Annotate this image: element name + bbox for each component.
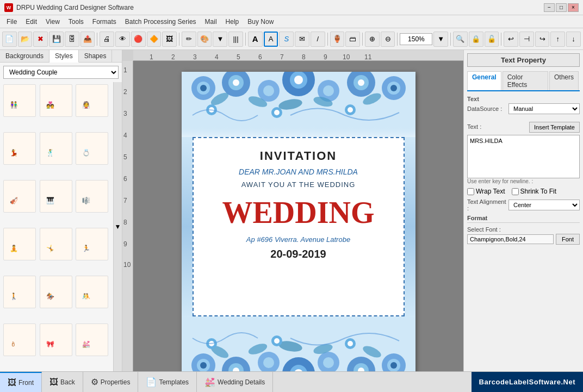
save2-btn[interactable]: 📤	[80, 32, 95, 47]
clip-item[interactable]: 🤼	[76, 276, 108, 308]
datasource-row: DataSource : Manual Database CSV	[467, 103, 580, 114]
alignment-select[interactable]: Left Center Right Justify	[508, 200, 580, 210]
tab-backgrounds[interactable]: Backgrounds	[0, 50, 49, 62]
category-select[interactable]: Wedding Couple Nature Floral Abstract	[3, 66, 119, 79]
lock-btn[interactable]: 🔒	[469, 32, 483, 47]
canvas-scroll[interactable]: INVITATION DEAR MR.JOAN AND MRS.HILDA AW…	[133, 61, 463, 371]
clip-item[interactable]: 🧘	[3, 228, 36, 260]
save-btn[interactable]: 💾	[49, 32, 64, 47]
tb-btn-4[interactable]: 🔶	[147, 32, 162, 47]
menu-batch[interactable]: Batch Processing Series	[121, 17, 201, 27]
redo-btn[interactable]: ↪	[535, 32, 550, 47]
text-btn[interactable]: A	[248, 32, 263, 47]
svg-text:💑: 💑	[46, 101, 54, 109]
tb-btn-5[interactable]: 🖼	[162, 32, 177, 47]
maximize-btn[interactable]: □	[556, 3, 567, 12]
clip-item[interactable]: 👰	[76, 84, 108, 117]
app-icon: W	[4, 3, 13, 12]
pencil-btn[interactable]: ✏	[182, 32, 196, 47]
tab-others[interactable]: Others	[549, 71, 579, 90]
tab-general[interactable]: General	[467, 71, 501, 90]
text-textarea[interactable]	[467, 135, 580, 178]
app-title: DRPU Wedding Card Designer Software	[16, 4, 544, 11]
menu-file[interactable]: File	[2, 17, 21, 27]
menu-mail[interactable]: Mail	[201, 17, 221, 27]
insert-template-btn[interactable]: Insert Template	[529, 122, 580, 133]
card-canvas[interactable]: INVITATION DEAR MR.JOAN AND MRS.HILDA AW…	[182, 72, 415, 371]
clip-item[interactable]: 🎻	[3, 180, 36, 213]
svg-point-29	[294, 76, 303, 84]
clip-item[interactable]: 🕺	[40, 132, 72, 165]
clip-item[interactable]: 🤸	[40, 228, 72, 260]
open-btn[interactable]: 📂	[18, 32, 33, 47]
tb-btn-3[interactable]: 🔴	[131, 32, 146, 47]
fit-btn[interactable]: 🔍	[453, 32, 468, 47]
clip-item[interactable]: 💍	[76, 132, 108, 165]
svg-text:🕺: 🕺	[46, 148, 54, 157]
shrink-fit-checkbox[interactable]	[512, 188, 519, 195]
clip-item[interactable]: 🎹	[40, 180, 72, 213]
font-btn[interactable]: Font	[556, 234, 580, 245]
new-btn[interactable]: 📄	[2, 32, 17, 47]
clip-item[interactable]: 🚶	[3, 276, 36, 308]
window-controls[interactable]: − □ ×	[544, 3, 579, 12]
datasource-select[interactable]: Manual Database CSV	[508, 103, 580, 114]
clip-item[interactable]: 👫	[3, 84, 36, 117]
menu-tools[interactable]: Tools	[64, 17, 88, 27]
undo-btn[interactable]: ↩	[504, 32, 518, 47]
taskbar-templates[interactable]: 📄 Templates	[138, 372, 197, 392]
zoom-out-btn[interactable]: ⊖	[381, 32, 395, 47]
clip-item[interactable]: 🏇	[40, 276, 72, 308]
zoom-dropdown-btn[interactable]: ▼	[433, 32, 448, 47]
clip-item[interactable]: 🎼	[76, 180, 108, 213]
shrink-fit-label: Shrink To Fit	[520, 188, 556, 195]
mail-btn[interactable]: ✉	[295, 32, 309, 47]
taskbar-back[interactable]: 🖼 Back	[42, 372, 83, 392]
barcode-btn[interactable]: |||	[228, 32, 243, 47]
save-as-btn[interactable]: 🗄	[65, 32, 79, 47]
close-btn[interactable]: ✖	[33, 32, 48, 47]
clip-item[interactable]: 🕯	[3, 323, 36, 356]
rotate-btn[interactable]: ↑	[550, 32, 565, 47]
tab-color-effects[interactable]: Color Effects	[503, 71, 548, 90]
menu-edit[interactable]: Edit	[21, 17, 41, 27]
wordart-btn[interactable]: S	[279, 32, 294, 47]
flip-btn[interactable]: ↓	[566, 32, 581, 47]
zoom-input[interactable]	[400, 33, 432, 45]
tb-btn-6[interactable]: ▼	[213, 32, 227, 47]
preview-btn[interactable]: 👁	[115, 32, 130, 47]
clip-item[interactable]: 🎀	[40, 323, 72, 356]
shrink-fit-check[interactable]: Shrink To Fit	[512, 188, 556, 195]
taskbar-wedding-details[interactable]: 💒 Wedding Details	[197, 372, 273, 392]
db-btn[interactable]: 🗃	[345, 32, 360, 47]
tab-shapes[interactable]: Shapes	[79, 50, 113, 62]
menu-buynow[interactable]: Buy Now	[243, 17, 278, 27]
svg-point-53	[200, 362, 207, 369]
text-box-btn[interactable]: A	[264, 32, 278, 47]
clip-item[interactable]: 💑	[40, 84, 72, 117]
menu-help[interactable]: Help	[221, 17, 244, 27]
tb-separator-1	[97, 33, 97, 46]
tab-styles[interactable]: Styles	[49, 50, 79, 63]
close-btn[interactable]: ×	[568, 3, 579, 12]
wrap-text-checkbox[interactable]	[467, 188, 474, 195]
unlock-btn[interactable]: 🔓	[485, 32, 499, 47]
clip-item[interactable]: 🏃	[76, 228, 108, 260]
line-btn[interactable]: /	[311, 32, 325, 47]
taskbar-front[interactable]: 🖼 Front	[0, 372, 42, 392]
clip-item[interactable]: 💃	[3, 132, 36, 165]
font-input[interactable]	[467, 234, 554, 244]
zoom-in-btn[interactable]: ⊕	[365, 32, 380, 47]
print-btn[interactable]: 🖨	[100, 32, 114, 47]
wrap-text-check[interactable]: Wrap Text	[467, 188, 505, 195]
align-l[interactable]: ⊣	[519, 32, 534, 47]
clip-item[interactable]: 💒	[76, 323, 108, 356]
taskbar-properties[interactable]: ⚙ Properties	[83, 372, 139, 392]
text-property-title: Text Property	[467, 53, 580, 67]
minimize-btn[interactable]: −	[544, 3, 555, 12]
menu-view[interactable]: View	[41, 17, 64, 27]
paint-btn[interactable]: 🎨	[197, 32, 212, 47]
menu-formats[interactable]: Formats	[88, 17, 121, 27]
cup-btn[interactable]: 🏺	[330, 32, 345, 47]
panel-scroll-down[interactable]: ▼	[113, 82, 122, 371]
